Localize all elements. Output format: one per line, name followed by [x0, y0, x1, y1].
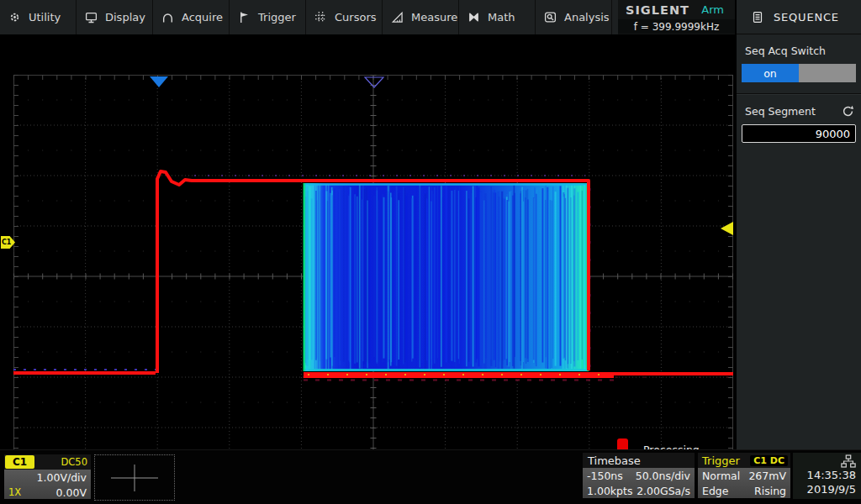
trigger-title: Trigger: [698, 454, 740, 467]
timebase-scale: 50.0ns/div: [636, 470, 690, 482]
add-channel-box[interactable]: [94, 454, 175, 501]
menu-item-analysis[interactable]: Analysis: [536, 0, 612, 34]
crosshair-icon: [109, 463, 160, 493]
measure-icon: [391, 11, 404, 24]
seq-segment-label: Seq Segment: [737, 95, 816, 118]
seq-acq-switch-label: Seq Acq Switch: [737, 34, 861, 57]
menu-item-label: Measure: [411, 11, 457, 24]
menu-item-cursors[interactable]: Cursors: [306, 0, 383, 34]
menu-item-display[interactable]: Display: [77, 0, 153, 34]
channel1-scale: 1.00V/div: [37, 471, 87, 484]
channel1-probe: 1X: [8, 486, 21, 498]
timebase-delay: -150ns: [587, 470, 623, 482]
gear-icon: [8, 11, 21, 24]
menu-item-measure[interactable]: Measure: [383, 0, 459, 34]
trigger-type: Edge: [702, 485, 728, 497]
menu-item-trigger[interactable]: Trigger: [230, 0, 306, 34]
waveform-svg: [13, 75, 733, 478]
menu-item-label: Cursors: [335, 11, 377, 24]
waveform-display: Processing...: [0, 34, 735, 449]
menu-item-label: Acquire: [182, 11, 223, 24]
brand-logo: SIGLENT: [626, 3, 689, 17]
analysis-icon: [544, 11, 557, 24]
trigger-level: 267mV: [748, 470, 786, 482]
menu-item-acquire[interactable]: Acquire: [153, 0, 230, 34]
menu-item-utility[interactable]: Utility: [0, 0, 77, 34]
menu-item-label: Trigger: [258, 11, 296, 24]
seq-segment-input[interactable]: 90000: [742, 124, 856, 143]
channel1-coupling: DC50: [61, 456, 91, 468]
seq-acq-switch-toggle[interactable]: on: [742, 64, 856, 82]
oscilloscope-screen: Utility Display Acquire Trigger Cursors: [0, 0, 861, 504]
refresh-icon[interactable]: [842, 105, 854, 118]
sequence-panel: SEQUENCE Seq Acq Switch on Seq Segment 9…: [735, 0, 861, 449]
graticule-area: [13, 75, 733, 478]
trigger-slope: Rising: [754, 485, 786, 497]
toggle-off-segment[interactable]: [799, 64, 856, 82]
menu-item-math[interactable]: Math: [459, 0, 536, 34]
toggle-on-segment[interactable]: on: [742, 64, 799, 82]
acquisition-status: Arm: [701, 3, 724, 16]
channel1-descriptor-box[interactable]: C1 DC50 1.00V/div 1X 0.00V: [4, 454, 91, 499]
horizontal-reference-marker[interactable]: [365, 77, 383, 87]
channel1-offset: 0.00V: [56, 486, 87, 499]
menu-item-label: Display: [105, 11, 145, 24]
system-date: 2019/9/5: [807, 482, 856, 496]
status-bar: C1 DC50 1.00V/div 1X 0.00V Timebase -150…: [0, 449, 861, 504]
trigger-mode: Normal: [702, 470, 740, 482]
cursors-icon: [314, 11, 327, 24]
trigger-delay-marker[interactable]: [150, 76, 168, 87]
clock-box: 14:35:38 2019/9/5: [793, 453, 861, 499]
sequence-panel-header[interactable]: SEQUENCE: [737, 0, 861, 34]
timebase-sample-rate: 2.00GSa/s: [637, 485, 690, 497]
frequency-counter: f = 399.9999kHz: [618, 19, 735, 34]
trigger-box[interactable]: Trigger C1 DC Normal 267mV Edge Rising: [698, 453, 790, 499]
display-icon: [85, 11, 98, 24]
math-icon: [467, 11, 480, 24]
panel-title: SEQUENCE: [774, 11, 839, 24]
sequence-icon: [752, 11, 763, 24]
menu-item-label: Utility: [29, 11, 61, 24]
timebase-title: Timebase: [583, 454, 641, 467]
status-block: SIGLENT Arm f = 399.9999kHz: [618, 0, 735, 34]
timebase-memory: 1.00kpts: [587, 485, 632, 497]
menu-item-label: Analysis: [564, 11, 610, 24]
channel1-badge[interactable]: C1: [5, 455, 34, 469]
acquire-icon: [161, 11, 174, 24]
menu-item-label: Math: [488, 11, 515, 24]
timebase-box[interactable]: Timebase -150ns 50.0ns/div 1.00kpts 2.00…: [583, 453, 695, 499]
network-icon: [841, 454, 856, 468]
trigger-source: C1 DC: [750, 455, 788, 466]
flag-icon: [238, 11, 251, 24]
system-time: 14:35:38: [807, 468, 856, 482]
menu-bar: Utility Display Acquire Trigger Cursors: [0, 0, 618, 34]
